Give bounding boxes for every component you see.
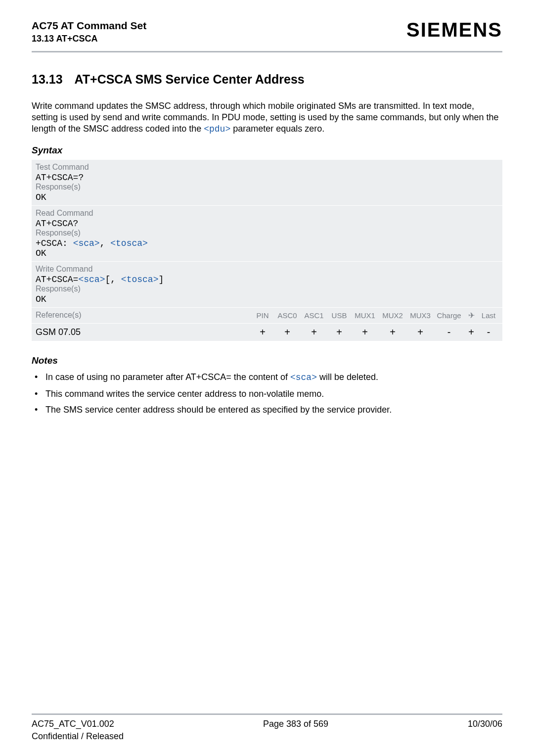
intro-paragraph: Write command updates the SMSC address, … xyxy=(32,100,502,135)
syntax-heading: Syntax xyxy=(32,145,502,156)
val-usb: + xyxy=(327,327,351,338)
pdu-param-link[interactable]: <pdu> xyxy=(204,124,230,134)
write-command-label: Write Command xyxy=(36,265,498,274)
val-mux1: + xyxy=(351,327,379,338)
header-divider xyxy=(32,51,502,52)
note-text: In case of using no parameter after AT+C… xyxy=(45,372,290,382)
col-mux3: MUX3 xyxy=(406,311,434,320)
col-pin: PIN xyxy=(251,311,274,320)
col-asc0: ASC0 xyxy=(274,311,301,320)
val-airplane: + xyxy=(464,327,479,338)
doc-title: AC75 AT Command Set xyxy=(32,19,146,33)
reference-header-row: Reference(s) PIN ASC0 ASC1 USB MUX1 MUX2… xyxy=(32,308,502,324)
col-usb: USB xyxy=(327,311,351,320)
section-heading: 13.13AT+CSCA SMS Service Center Address xyxy=(32,72,502,87)
val-asc1: + xyxy=(301,327,327,338)
syntax-block: Test Command AT+CSCA=? Response(s) OK Re… xyxy=(32,160,502,341)
footer-page-number: Page 383 of 569 xyxy=(263,718,328,742)
val-charge: - xyxy=(434,327,464,338)
sca-param-link[interactable]: <sca> xyxy=(290,373,317,382)
reference-value: GSM 07.05 xyxy=(36,327,251,337)
page-footer: AC75_ATC_V01.002 Confidential / Released… xyxy=(32,713,502,742)
note-item: In case of using no parameter after AT+C… xyxy=(32,370,502,385)
write-command-value: AT+CSCA=<sca>[, <tosca>] xyxy=(36,275,498,284)
val-mux3: + xyxy=(406,327,434,338)
notes-list: In case of using no parameter after AT+C… xyxy=(32,370,502,417)
header-left: AC75 AT Command Set 13.13 AT+CSCA xyxy=(32,19,146,45)
response-label: Response(s) xyxy=(36,284,498,293)
col-mux2: MUX2 xyxy=(379,311,406,320)
sca-param-link[interactable]: <sca> xyxy=(78,275,105,284)
reference-columns: PIN ASC0 ASC1 USB MUX1 MUX2 MUX3 Charge … xyxy=(251,311,498,320)
section-number: 13.13 xyxy=(32,72,63,87)
col-mux1: MUX1 xyxy=(351,311,379,320)
col-asc1: ASC1 xyxy=(301,311,327,320)
col-charge: Charge xyxy=(434,311,464,320)
col-last: Last xyxy=(479,311,498,320)
footer-divider xyxy=(32,713,502,715)
footer-left: AC75_ATC_V01.002 Confidential / Released xyxy=(32,718,124,742)
airplane-icon: ✈ xyxy=(464,311,479,320)
section-title-text: AT+CSCA SMS Service Center Address xyxy=(75,72,305,86)
test-command-value: AT+CSCA=? xyxy=(36,173,498,183)
doc-subtitle: 13.13 AT+CSCA xyxy=(32,33,146,45)
val-mux2: + xyxy=(379,327,406,338)
test-command-block: Test Command AT+CSCA=? Response(s) OK xyxy=(32,160,502,206)
val-pin: + xyxy=(251,327,274,338)
response-ok: OK xyxy=(36,294,498,304)
test-command-label: Test Command xyxy=(36,163,498,172)
footer-date: 10/30/06 xyxy=(468,718,502,742)
intro-text-post: parameter equals zero. xyxy=(230,124,324,134)
read-command-label: Read Command xyxy=(36,209,498,218)
read-response-value: +CSCA: <sca>, <tosca> xyxy=(36,238,498,248)
response-label: Response(s) xyxy=(36,229,498,237)
notes-heading: Notes xyxy=(32,355,502,366)
reference-values: + + + + + + + - + - xyxy=(251,327,498,338)
read-command-value: AT+CSCA? xyxy=(36,219,498,229)
val-last: - xyxy=(479,327,498,338)
response-ok: OK xyxy=(36,248,498,258)
note-item: The SMS service center address should be… xyxy=(32,403,502,417)
note-item: This command writes the service center a… xyxy=(32,387,502,401)
footer-version: AC75_ATC_V01.002 xyxy=(32,718,124,730)
read-command-block: Read Command AT+CSCA? Response(s) +CSCA:… xyxy=(32,206,502,262)
siemens-logo: SIEMENS xyxy=(406,19,502,41)
response-label: Response(s) xyxy=(36,183,498,191)
val-asc0: + xyxy=(274,327,301,338)
response-ok: OK xyxy=(36,192,498,202)
reference-label: Reference(s) xyxy=(36,311,251,320)
sca-param-link[interactable]: <sca> xyxy=(73,238,100,248)
page-header: AC75 AT Command Set 13.13 AT+CSCA SIEMEN… xyxy=(32,19,502,51)
reference-value-row: GSM 07.05 + + + + + + + - + - xyxy=(32,324,502,341)
footer-confidential: Confidential / Released xyxy=(32,730,124,742)
tosca-param-link[interactable]: <tosca> xyxy=(121,275,159,284)
write-command-block: Write Command AT+CSCA=<sca>[, <tosca>] R… xyxy=(32,262,502,308)
note-text: will be deleted. xyxy=(317,372,378,382)
tosca-param-link[interactable]: <tosca> xyxy=(110,238,148,248)
